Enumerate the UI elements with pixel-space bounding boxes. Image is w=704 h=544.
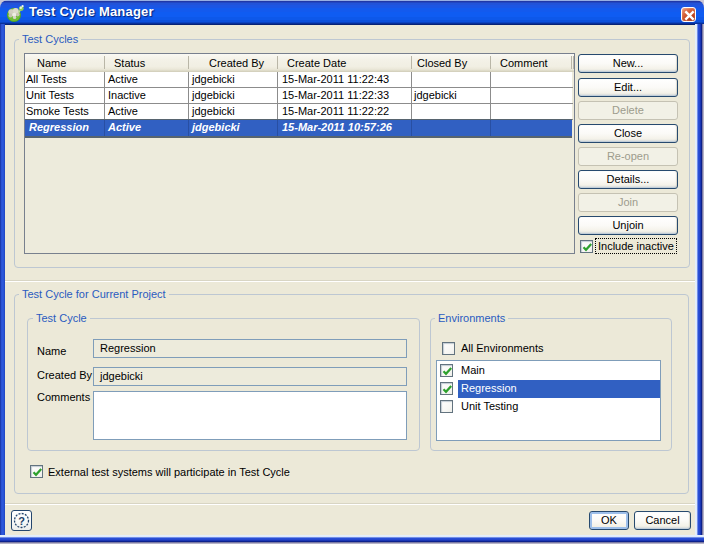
table-cell: All Tests <box>25 72 105 88</box>
name-field[interactable]: Regression <box>93 339 407 358</box>
svg-text:?: ? <box>18 515 25 527</box>
name-label: Name <box>37 345 66 357</box>
env-item-label: Main <box>461 364 485 376</box>
column-header-comment[interactable]: Comment <box>491 54 572 72</box>
column-header-label: Closed By <box>417 57 467 69</box>
env-item-label: Unit Testing <box>461 400 518 412</box>
checkmark-icon <box>441 365 454 378</box>
env-item-regression[interactable]: Regression <box>437 380 660 398</box>
env-item-unit-testing[interactable]: Unit Testing <box>437 398 660 416</box>
created-by-label: Created By <box>37 369 92 381</box>
table-cell: Active <box>105 72 189 88</box>
section-separator <box>5 280 695 282</box>
window-border-bottom <box>0 535 704 544</box>
table-cell: 15-Mar-2011 11:22:33 <box>278 88 412 104</box>
window-border-right <box>695 24 704 536</box>
join-button[interactable]: Join <box>578 193 678 212</box>
cancel-button[interactable]: Cancel <box>634 511 691 530</box>
close-button[interactable] <box>681 7 696 22</box>
table-cell: 15-Mar-2011 10:57:26 <box>278 120 412 136</box>
table-cell: Smoke Tests <box>25 104 105 120</box>
checkmark-icon <box>31 466 44 479</box>
table-cell <box>412 120 491 136</box>
column-header-label: Name <box>37 57 66 69</box>
table-cell <box>491 120 573 136</box>
env-main-checkbox[interactable] <box>440 364 453 377</box>
table-cell <box>412 72 491 88</box>
table-cell: Unit Tests <box>25 88 105 104</box>
include-inactive-checkbox[interactable] <box>580 240 593 253</box>
table-cell <box>491 104 573 120</box>
table-cell: Inactive <box>105 88 189 104</box>
table-cell: Active <box>105 120 189 136</box>
comments-label: Comments <box>37 391 90 403</box>
column-header-filler <box>572 54 574 72</box>
column-header-closed-by[interactable]: Closed By <box>412 54 491 72</box>
table-cell: Regression <box>25 120 105 136</box>
current-project-group-label: Test Cycle for Current Project <box>19 288 169 301</box>
created-by-field[interactable]: jdgebicki <box>93 367 407 386</box>
new-button[interactable]: New... <box>578 54 678 73</box>
table-cell <box>491 88 573 104</box>
table-cell: 15-Mar-2011 11:22:22 <box>278 104 412 120</box>
table-row[interactable]: Smoke Tests Active jdgebicki 15-Mar-2011… <box>25 104 572 120</box>
table-cell <box>412 104 491 120</box>
env-item-label: Regression <box>461 382 517 394</box>
green-sphere-icon <box>6 4 24 22</box>
table-cell: jdgebicki <box>189 72 278 88</box>
close-x-icon <box>683 9 696 22</box>
table-cell: jdgebicki <box>189 120 278 136</box>
env-unit-testing-checkbox[interactable] <box>440 400 453 413</box>
table-row[interactable]: Unit Tests Inactive jdgebicki 15-Mar-201… <box>25 88 572 104</box>
column-header-label: Status <box>114 57 145 69</box>
test-cycles-group-label: Test Cycles <box>19 33 81 46</box>
env-regression-checkbox[interactable] <box>440 382 453 395</box>
footer-separator <box>5 503 695 505</box>
all-environments-label[interactable]: All Environments <box>461 342 544 354</box>
dialog-window: Test Cycle Manager Test Cycles Name Stat… <box>0 0 704 544</box>
external-systems-label[interactable]: External test systems will participate i… <box>48 466 290 478</box>
window-title: Test Cycle Manager <box>29 0 154 24</box>
table-cell: 15-Mar-2011 11:22:43 <box>278 72 412 88</box>
app-icon <box>6 4 24 22</box>
column-header-name[interactable]: Name <box>25 54 105 72</box>
table-cell <box>491 72 573 88</box>
table-cell: jdgebicki <box>189 104 278 120</box>
table-row[interactable]: All Tests Active jdgebicki 15-Mar-2011 1… <box>25 72 572 88</box>
table-row-selected[interactable]: Regression Active jdgebicki 15-Mar-2011 … <box>25 119 572 138</box>
ok-button[interactable]: OK <box>589 511 629 530</box>
column-header-label: Comment <box>500 57 548 69</box>
external-systems-checkbox[interactable] <box>30 465 43 478</box>
edit-button[interactable]: Edit... <box>578 78 678 97</box>
help-button[interactable]: ? <box>11 510 32 531</box>
include-inactive-label[interactable]: Include inactive <box>596 239 676 253</box>
details-button[interactable]: Details... <box>578 170 678 189</box>
env-item-main[interactable]: Main <box>437 362 660 380</box>
column-header-status[interactable]: Status <box>105 54 189 72</box>
title-bar[interactable]: Test Cycle Manager <box>0 0 704 25</box>
checkmark-icon <box>581 241 594 254</box>
checkmark-icon <box>441 383 454 396</box>
column-header-label: Created By <box>209 57 264 69</box>
all-environments-checkbox[interactable] <box>442 342 455 355</box>
test-cycles-table: Name Status Created By Create Date Close… <box>24 53 575 254</box>
question-mark-icon: ? <box>12 511 31 530</box>
table-cell: jdgebicki <box>412 88 491 104</box>
table-cell: Active <box>105 104 189 120</box>
reopen-button[interactable]: Re-open <box>578 147 678 166</box>
close-cycle-button[interactable]: Close <box>578 124 678 143</box>
column-header-created-by[interactable]: Created By <box>189 54 278 72</box>
column-header-label: Create Date <box>287 57 346 69</box>
comments-field[interactable] <box>93 391 407 440</box>
unjoin-button[interactable]: Unjoin <box>578 216 678 235</box>
delete-button[interactable]: Delete <box>578 101 678 120</box>
environments-list: Main Regression Unit Testing <box>436 360 661 441</box>
test-cycle-group-label: Test Cycle <box>33 312 90 325</box>
column-header-create-date[interactable]: Create Date <box>278 54 412 72</box>
environments-group-label: Environments <box>435 312 508 325</box>
table-cell: jdgebicki <box>189 88 278 104</box>
